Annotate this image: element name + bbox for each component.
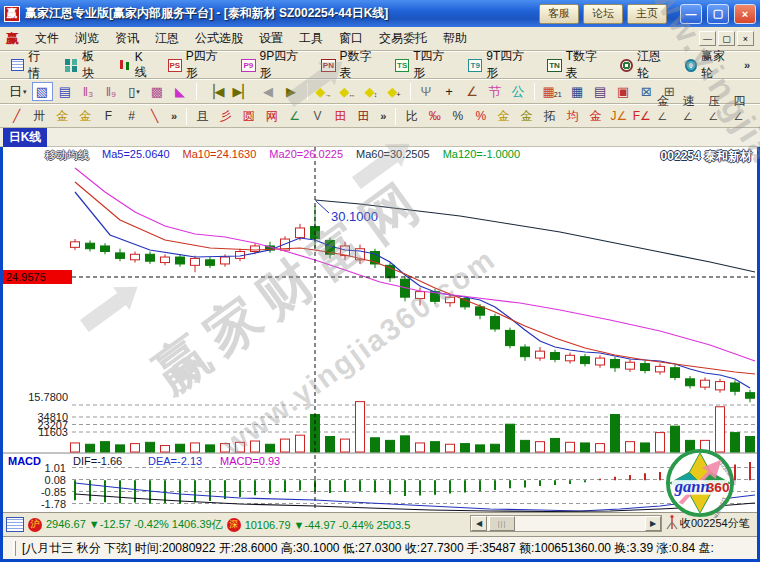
round-grid-button[interactable]: # bbox=[121, 107, 142, 126]
info-bar: [八月廿三 秋分 下弦] 时间:20080922 开:28.6000 高:30.… bbox=[3, 536, 757, 559]
mdi-minimize-button[interactable]: — bbox=[699, 31, 716, 46]
colored-chart-button[interactable]: ◣ bbox=[170, 82, 191, 101]
speed-angle-button[interactable]: 速∠ bbox=[680, 107, 703, 126]
kline-button[interactable]: K线 bbox=[114, 48, 159, 83]
candles-icon bbox=[119, 58, 131, 72]
info-list-button[interactable]: ▤ bbox=[55, 82, 76, 101]
ma-value: Ma10=24.1630 bbox=[183, 148, 257, 162]
mail-button[interactable]: ⊠ bbox=[636, 82, 657, 101]
price-mark-button[interactable]: 拓 bbox=[539, 107, 560, 126]
gold-circle-button[interactable]: 金 bbox=[493, 107, 514, 126]
f-angle-button[interactable]: F∠ bbox=[631, 107, 652, 126]
circle-fan-button[interactable]: 圆 bbox=[238, 107, 259, 126]
grid-lines-icon: 卅 bbox=[34, 109, 46, 124]
wave-tool-icon: 均 bbox=[567, 109, 579, 124]
info-list-icon: ▤ bbox=[59, 84, 71, 99]
gold-grid-1-icon: 金 bbox=[57, 109, 69, 124]
kline-info-text: [八月廿三 秋分 下弦] 时间:20080922 开:28.6000 高:30.… bbox=[22, 540, 714, 557]
last-page-button[interactable]: ▶▏ bbox=[230, 82, 256, 101]
v-lines-icon: V bbox=[314, 109, 322, 124]
mdi-restore-button[interactable]: ▢ bbox=[718, 31, 735, 46]
prev-button[interactable]: ◀ bbox=[258, 82, 279, 101]
candle-style-button[interactable]: ▯▾ bbox=[124, 82, 145, 101]
wave-tool-button[interactable]: 均 bbox=[562, 107, 583, 126]
main-toolbar: 行情板块K线PSP四方形P99P四方形PNP数字表TST四方形T99T四方形TN… bbox=[0, 51, 760, 79]
notepad-button[interactable]: ▤ bbox=[590, 82, 611, 101]
bars-3-button[interactable]: ‖₃ bbox=[78, 82, 99, 101]
p-number-table-icon: PN bbox=[321, 59, 335, 72]
percent-zone-button[interactable]: % bbox=[470, 107, 491, 126]
gold-grid-1-button[interactable]: 金 bbox=[52, 107, 73, 126]
calculator-button[interactable]: ▦ bbox=[567, 82, 588, 101]
gold-section-button[interactable]: 金 bbox=[516, 107, 537, 126]
maximize-button[interactable]: ▢ bbox=[707, 4, 729, 24]
draw-overflow-0[interactable]: » bbox=[171, 110, 177, 122]
pattern-button[interactable]: ▩ bbox=[147, 82, 168, 101]
last-page-icon: ▶▏ bbox=[233, 84, 253, 99]
j-angle-button[interactable]: J∠ bbox=[608, 107, 629, 126]
gold-line-button[interactable]: 金 bbox=[585, 107, 606, 126]
save-button[interactable]: ▣ bbox=[613, 82, 634, 101]
mdi-close-button[interactable]: × bbox=[737, 31, 754, 46]
grid-lines-button[interactable]: 卅 bbox=[29, 107, 50, 126]
red-grid-2-icon: 田 bbox=[358, 109, 370, 124]
percent-button[interactable]: % bbox=[447, 107, 468, 126]
hand-tool-button[interactable]: Ψ bbox=[416, 82, 437, 101]
permille-button[interactable]: ‰ bbox=[424, 107, 445, 126]
fan-lines-icon: 彡 bbox=[220, 109, 232, 124]
grid-fan-button[interactable]: 网 bbox=[261, 107, 282, 126]
gold-grid-2-button[interactable]: 金 bbox=[75, 107, 96, 126]
toolbar-overflow[interactable]: » bbox=[744, 59, 750, 71]
diamond-right-button[interactable]: ◆→ bbox=[313, 82, 335, 101]
app-menu-icon: 赢 bbox=[6, 30, 19, 48]
formula-tool-button[interactable]: 公 bbox=[508, 82, 529, 101]
fan-lines-button[interactable]: 彡 bbox=[215, 107, 236, 126]
scroll-left-icon[interactable]: ◀ bbox=[471, 516, 487, 531]
ratio-tool-button[interactable]: 比 bbox=[401, 107, 422, 126]
zoom-box-button[interactable]: ▧ bbox=[32, 82, 53, 101]
diamond-vertical-button[interactable]: ◆↕ bbox=[361, 82, 382, 101]
homepage-button[interactable]: 主页 bbox=[627, 4, 667, 24]
customer-service-button[interactable]: 客服 bbox=[539, 4, 579, 24]
close-button[interactable]: × bbox=[734, 4, 756, 24]
box-tool-button[interactable]: 且 bbox=[192, 107, 213, 126]
angle-tool-button[interactable]: ∠ bbox=[462, 82, 483, 101]
pen-chart-button[interactable]: ╲ bbox=[144, 107, 165, 126]
brush-button[interactable]: ╱ bbox=[6, 107, 27, 126]
minimize-button[interactable]: — bbox=[680, 4, 702, 24]
crosshair-tool-button[interactable]: + bbox=[439, 82, 460, 101]
f-grid-button[interactable]: F bbox=[98, 107, 119, 126]
angle-lines-button[interactable]: ∠ bbox=[284, 107, 305, 126]
horizontal-scrollbar[interactable]: ◀ ||| ▶ bbox=[470, 515, 662, 532]
v-lines-button[interactable]: V bbox=[307, 107, 328, 126]
quote-grid-icon[interactable] bbox=[6, 517, 24, 532]
first-page-button[interactable]: ▕◀ bbox=[202, 82, 228, 101]
gann360-logo: gann 360 1234567890 1234567890 bbox=[664, 448, 736, 518]
app-logo-icon: 赢 bbox=[4, 6, 20, 22]
brush-icon: ╱ bbox=[13, 109, 20, 124]
four-angle-button[interactable]: 四∠ bbox=[731, 107, 754, 126]
period-day-button[interactable]: 日▾ bbox=[6, 82, 30, 101]
f-angle-icon: F∠ bbox=[633, 109, 651, 124]
calculator-icon: ▦ bbox=[571, 84, 583, 99]
gold-angle-button[interactable]: 金∠ bbox=[654, 107, 677, 126]
pressure-angle-button[interactable]: 压∠ bbox=[705, 107, 728, 126]
diamond-horizontal-button[interactable]: ◆↔ bbox=[337, 82, 359, 101]
zoom-box-icon: ▧ bbox=[36, 84, 48, 99]
scrollbar-thumb[interactable]: ||| bbox=[489, 516, 515, 531]
red-grid-2-button[interactable]: 田 bbox=[353, 107, 374, 126]
calendar-button[interactable]: ▦21 bbox=[540, 82, 565, 101]
bars-9-button[interactable]: ‖₉ bbox=[101, 82, 122, 101]
svg-text:360: 360 bbox=[707, 480, 730, 495]
scroll-right-icon[interactable]: ▶ bbox=[645, 516, 661, 531]
toolbar-separator bbox=[395, 108, 396, 125]
ma-header-title: 移动均线 bbox=[45, 148, 89, 162]
red-grid-1-button[interactable]: 田 bbox=[330, 107, 351, 126]
gann-node-tool-button[interactable]: 节 bbox=[485, 82, 506, 101]
diamond-all-button[interactable]: ◆+ bbox=[384, 82, 405, 101]
draw-overflow-1[interactable]: » bbox=[380, 110, 386, 122]
grip-handle[interactable] bbox=[13, 541, 16, 556]
symbol-label: 002254 泰和新材 bbox=[661, 148, 752, 165]
next-button[interactable]: ▶ bbox=[281, 82, 302, 101]
forum-button[interactable]: 论坛 bbox=[583, 4, 623, 24]
